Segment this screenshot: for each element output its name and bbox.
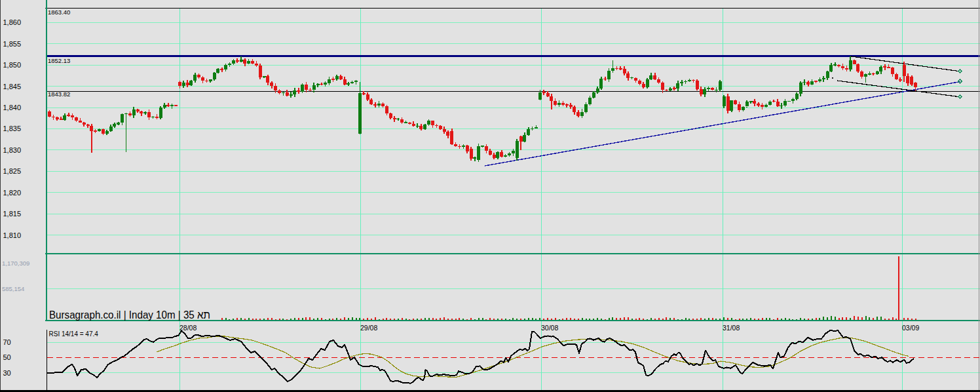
svg-text:1,845: 1,845 xyxy=(3,83,22,90)
svg-text:1,170,309: 1,170,309 xyxy=(2,260,29,267)
svg-text:28/08: 28/08 xyxy=(179,324,197,332)
svg-text:1852.13: 1852.13 xyxy=(48,57,70,64)
svg-text:70: 70 xyxy=(3,338,11,346)
svg-text:585,154: 585,154 xyxy=(2,285,24,292)
svg-text:1,855: 1,855 xyxy=(3,40,22,48)
svg-text:Bursagraph.co.il | Inday 10m |: Bursagraph.co.il | Inday 10m | 35 תא xyxy=(49,309,210,321)
svg-text:1,825: 1,825 xyxy=(3,167,22,175)
svg-text:31/08: 31/08 xyxy=(723,324,740,332)
svg-text:1,820: 1,820 xyxy=(3,189,22,197)
svg-text:30: 30 xyxy=(3,369,11,377)
svg-text:50: 50 xyxy=(3,353,11,361)
svg-text:RSI 14/14 = 47.4: RSI 14/14 = 47.4 xyxy=(49,330,99,338)
svg-text:1,830: 1,830 xyxy=(3,146,22,154)
svg-text:1,860: 1,860 xyxy=(3,18,22,26)
svg-text:29/08: 29/08 xyxy=(360,324,377,332)
svg-text:1863.40: 1863.40 xyxy=(48,9,70,16)
svg-text:1,840: 1,840 xyxy=(3,104,22,111)
svg-text:1,850: 1,850 xyxy=(3,61,22,69)
svg-text:03/09: 03/09 xyxy=(902,324,919,332)
svg-text:30/08: 30/08 xyxy=(541,324,558,332)
svg-text:1,810: 1,810 xyxy=(3,231,22,239)
svg-text:1,815: 1,815 xyxy=(3,210,22,218)
svg-text:1843.82: 1843.82 xyxy=(48,90,70,98)
svg-text:1,835: 1,835 xyxy=(3,125,22,132)
